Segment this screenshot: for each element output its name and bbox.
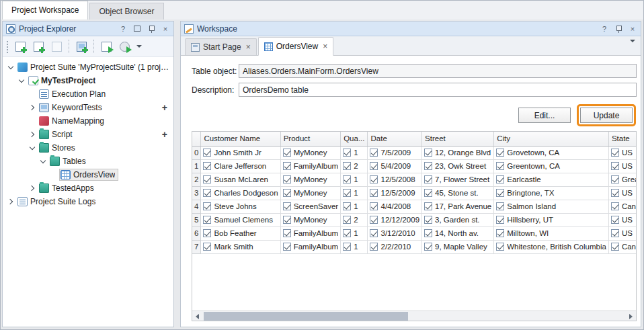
checkbox-checked-icon[interactable]	[203, 202, 211, 210]
checkbox-checked-icon[interactable]	[424, 162, 432, 170]
grid-cell[interactable]: 7, Flower Street	[422, 173, 494, 186]
row-header[interactable]: 1	[192, 159, 201, 173]
checkbox-checked-icon[interactable]	[283, 202, 291, 210]
table-object-field[interactable]	[239, 64, 637, 78]
checkbox-checked-icon[interactable]	[370, 149, 378, 157]
checkbox-checked-icon[interactable]	[283, 189, 291, 197]
close-icon[interactable]: ×	[161, 24, 170, 34]
checkbox-checked-icon[interactable]	[611, 202, 619, 210]
grid-cell[interactable]: 12, Orange Blvd	[422, 146, 494, 159]
close-icon[interactable]: ×	[628, 24, 637, 34]
checkbox-checked-icon[interactable]	[343, 229, 351, 237]
grid-cell[interactable]: Canada	[608, 240, 636, 253]
tree-item[interactable]: Execution Plan	[3, 87, 173, 101]
record-test-button[interactable]	[73, 38, 89, 54]
grid-cell[interactable]: 2	[341, 159, 368, 173]
close-icon[interactable]: ×	[246, 43, 251, 51]
grid-cell[interactable]: 12/5/2008	[368, 173, 422, 186]
row-header[interactable]: 6	[192, 226, 201, 240]
checkbox-checked-icon[interactable]	[496, 243, 504, 251]
column-header[interactable]: Qua...	[341, 132, 368, 146]
checkbox-checked-icon[interactable]	[203, 229, 211, 237]
grid-cell[interactable]: Earlcastle	[494, 173, 609, 186]
grid-cell[interactable]: 17, Park Avenue	[422, 200, 494, 213]
checkbox-checked-icon[interactable]	[496, 175, 504, 183]
checkbox-checked-icon[interactable]	[370, 175, 378, 183]
tree-item[interactable]: Project Suite Logs	[3, 195, 173, 208]
checkbox-checked-icon[interactable]	[203, 189, 211, 197]
checkbox-checked-icon[interactable]	[370, 189, 378, 197]
grid-cell[interactable]: 1	[341, 186, 368, 200]
checkbox-checked-icon[interactable]	[283, 229, 291, 237]
grid-cell[interactable]: FamilyAlbum	[280, 240, 340, 253]
grid-cell[interactable]: 2/2/2010	[368, 240, 422, 253]
checkbox-checked-icon[interactable]	[496, 149, 504, 157]
grid-cell[interactable]: Salmon Island	[494, 200, 609, 213]
checkbox-checked-icon[interactable]	[424, 202, 432, 210]
checkbox-checked-icon[interactable]	[424, 189, 432, 197]
row-header[interactable]: 3	[192, 186, 201, 200]
tree-item[interactable]: KeywordTests+	[3, 101, 173, 114]
tab-start-page[interactable]: Start Page ×	[185, 38, 257, 55]
grid-cell[interactable]: 4/4/2008	[368, 200, 422, 213]
tree-item[interactable]: OrdersView	[3, 168, 173, 181]
grid-cell[interactable]: 2	[341, 213, 368, 226]
grid-cell[interactable]: Clare Jefferson	[201, 159, 280, 173]
chevron-right-icon[interactable]	[28, 183, 38, 194]
column-header[interactable]: State	[608, 132, 636, 146]
grid-cell[interactable]: Susan McLaren	[201, 173, 280, 186]
grid-cell[interactable]: Samuel Clemens	[201, 213, 280, 226]
checkbox-checked-icon[interactable]	[343, 149, 351, 157]
add-child-icon[interactable]: +	[162, 103, 167, 112]
grid-cell[interactable]: Mark Smith	[201, 240, 280, 253]
checkbox-checked-icon[interactable]	[343, 175, 351, 183]
grid-cell[interactable]: Greentown, CA	[494, 159, 609, 173]
grid-cell[interactable]: 45, Stone st.	[422, 186, 494, 200]
maximize-icon[interactable]	[132, 24, 142, 34]
grid-cell[interactable]: MyMoney	[280, 173, 340, 186]
tree-item[interactable]: TestedApps	[3, 181, 173, 195]
grid-cell[interactable]: Bob Feather	[201, 226, 280, 240]
run-routine-button[interactable]	[116, 38, 132, 54]
run-project-button[interactable]	[98, 38, 114, 54]
tab-list-dropdown-icon[interactable]	[630, 42, 635, 52]
grid-cell[interactable]: Hillsberry, UT	[494, 213, 609, 226]
scroll-left-icon[interactable]	[192, 312, 202, 321]
checkbox-checked-icon[interactable]	[496, 202, 504, 210]
checkbox-checked-icon[interactable]	[370, 229, 378, 237]
chevron-right-icon[interactable]	[6, 197, 16, 207]
checkbox-checked-icon[interactable]	[496, 216, 504, 224]
tab-ordersview[interactable]: OrdersView ×	[258, 37, 333, 56]
grid-corner[interactable]	[192, 132, 201, 146]
row-header[interactable]: 7	[192, 240, 201, 253]
grid-cell[interactable]: Milltown, WI	[494, 226, 609, 240]
tree-item[interactable]: NameMapping	[3, 114, 173, 128]
grid-cell[interactable]: US	[608, 226, 636, 240]
checkbox-checked-icon[interactable]	[283, 162, 291, 170]
help-icon[interactable]: ?	[600, 24, 609, 34]
grid-cell[interactable]: 23, Owk Street	[422, 159, 494, 173]
chevron-down-icon[interactable]	[38, 157, 48, 167]
toolbar-grip[interactable]	[5, 40, 9, 53]
scroll-right-icon[interactable]	[626, 312, 636, 321]
checkbox-checked-icon[interactable]	[496, 162, 504, 170]
grid-cell[interactable]: US	[608, 186, 636, 200]
grid-cell[interactable]: Grovetown, CA	[494, 146, 609, 159]
chevron-down-icon[interactable]	[28, 143, 38, 153]
grid-cell[interactable]: 1	[341, 146, 368, 159]
tree-item[interactable]: Stores	[3, 141, 173, 155]
grid-cell[interactable]: US	[608, 213, 636, 226]
checkbox-checked-icon[interactable]	[283, 175, 291, 183]
add-existing-item-button[interactable]	[30, 38, 46, 54]
chevron-down-icon[interactable]	[6, 63, 16, 73]
edit-button[interactable]: Edit...	[518, 108, 571, 123]
pin-icon[interactable]	[614, 24, 623, 34]
grid-cell[interactable]: FamilyAlbum	[280, 226, 340, 240]
close-icon[interactable]: ×	[323, 42, 327, 50]
help-icon[interactable]: ?	[118, 24, 128, 34]
column-header[interactable]: Customer Name	[201, 132, 280, 146]
grid-cell[interactable]: 12/12/2009	[368, 213, 422, 226]
grid-cell[interactable]: 1	[341, 200, 368, 213]
checkbox-checked-icon[interactable]	[203, 175, 211, 183]
checkbox-checked-icon[interactable]	[343, 189, 351, 197]
